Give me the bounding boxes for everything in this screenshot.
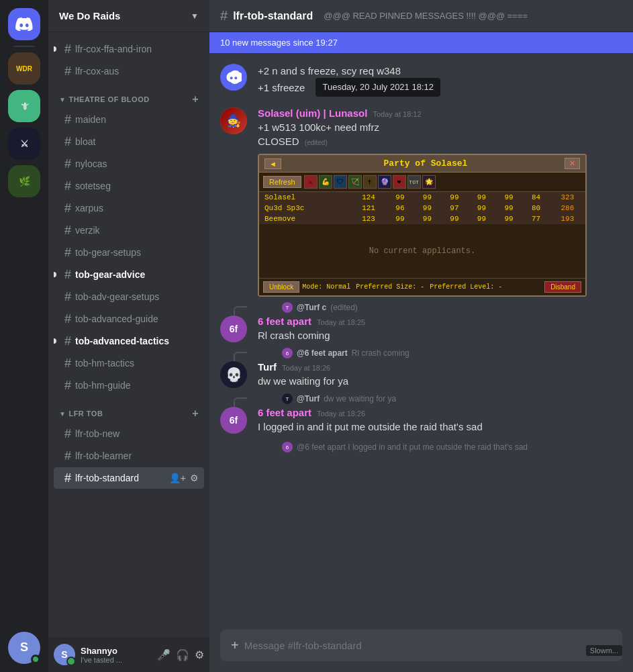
message-text-continued: +1 sfreeze Tuesday, 20 July 2021 18:12 <box>258 78 622 97</box>
messages-area: 10 new messages since 19:27 +2 n and s f… <box>209 32 633 630</box>
member-stat: 124 <box>351 192 387 203</box>
user-avatar-strip[interactable]: S <box>8 632 40 664</box>
hash-icon: # <box>64 64 71 79</box>
channel-item-lfr-cox-aus[interactable]: # lfr-cox-aus <box>54 60 204 82</box>
channel-item-nylocas[interactable]: # nylocas <box>54 153 204 175</box>
add-channel-icon[interactable]: + <box>192 407 199 420</box>
add-channel-icon[interactable]: + <box>192 93 199 105</box>
add-member-icon[interactable]: 👤+ <box>169 473 186 483</box>
reply-preview-1: T @Turf c (edited) <box>209 302 633 313</box>
server-header[interactable]: We Do Raids ▼ <box>48 0 209 32</box>
hash-icon: # <box>64 201 71 215</box>
channel-item-tob-gear-setups[interactable]: # tob-gear-setups <box>54 242 204 263</box>
member-stat: 123 <box>351 213 387 224</box>
channel-item-tob-hm-tactics[interactable]: # tob-hm-tactics <box>54 352 204 374</box>
hash-icon: # <box>64 268 71 282</box>
channel-item-maiden[interactable]: # maiden <box>54 109 204 130</box>
message-line-1: +1 w513 100kc+ need mfrz <box>258 120 622 134</box>
server-icon-3[interactable]: ⚔ <box>8 128 40 160</box>
hash-icon: # <box>64 290 71 304</box>
server-icon-2[interactable]: 🗡 <box>8 90 40 122</box>
reply-avatar-small: T <box>282 393 293 404</box>
skill-icon-ranged: 🏹 <box>348 175 362 189</box>
server-divider <box>13 46 35 47</box>
message-header: 6 feet apart Today at 18:26 <box>258 407 622 418</box>
channel-item-bloat[interactable]: # bloat <box>54 131 204 152</box>
osrs-size-label: Preferred Size: - <box>356 283 424 291</box>
message-content-6feet: 6 feet apart Today at 18:25 Rl crash com… <box>258 316 622 342</box>
channel-item-tob-adv-gear-setups[interactable]: # tob-adv-gear-setups <box>54 286 204 307</box>
we-do-raids-server-icon[interactable]: WDR <box>8 52 40 85</box>
channel-item-lfr-tob-standard[interactable]: # lfr-tob-standard 👤+ ⚙ <box>54 467 204 489</box>
message-add-icon[interactable]: + <box>231 630 239 661</box>
message-timestamp: Today at 18:25 <box>317 318 365 326</box>
channel-item-lfr-tob-new[interactable]: # lfr-tob-new <box>54 423 204 444</box>
osrs-members-table: Solasel 124 99 99 99 99 99 84 323 <box>259 192 585 224</box>
avatar-solasel: 🧙 <box>220 107 247 134</box>
channel-item-lfr-tob-learner[interactable]: # lfr-tob-learner <box>54 445 204 467</box>
reply-preview-bottom: 6 @6 feet apart I logged in and it put m… <box>209 439 633 452</box>
user-avatar[interactable]: S <box>54 644 75 665</box>
message-author-6feet: 6 feet apart <box>258 316 311 327</box>
no-applicants-text: No current applicants. <box>369 246 475 256</box>
settings-icon[interactable]: ⚙ <box>190 473 199 483</box>
osrs-party-panel: ◄ Party of Solasel ✕ Refresh ⚔ 💪 🛡 🏹 ✝ <box>258 154 587 297</box>
mute-icon[interactable]: 🎤 <box>157 649 171 661</box>
message-text: Rl crash coming <box>258 328 622 342</box>
channel-name: lfr-tob-standard <box>75 473 139 483</box>
channel-item-xarpus[interactable]: # xarpus <box>54 197 204 219</box>
hash-icon: # <box>64 42 71 56</box>
reply-text: dw we waiting for ya <box>324 394 396 403</box>
reply-preview-3: T @Turf dw we waiting for ya <box>209 393 633 404</box>
message-content-turf: Turf Today at 18:26 dw we waiting for ya <box>258 361 622 388</box>
hash-icon: # <box>64 312 71 326</box>
category-theatre-of-blood[interactable]: ▼ THEATRE OF BLOOD + <box>48 83 209 108</box>
unread-indicator <box>54 338 56 344</box>
message-author-6feet-2: 6 feet apart <box>258 407 311 418</box>
message-header: 6 feet apart Today at 18:25 <box>258 316 622 327</box>
settings-icon[interactable]: ⚙ <box>195 649 204 661</box>
message-header: Solasel (uim) | Lunasol Today at 18:12 <box>258 107 622 119</box>
skill-icon-prayer: ✝ <box>363 175 377 189</box>
channel-item-tob-advanced-tactics[interactable]: # tob-advanced-tactics <box>54 330 204 352</box>
reply-group-2: 6 @6 feet apart Rl crash coming 💀 Turf T… <box>209 348 633 393</box>
osrs-disband-button[interactable]: Disband <box>544 281 581 293</box>
message-input[interactable] <box>244 632 612 659</box>
new-messages-bar[interactable]: 10 new messages since 19:27 <box>209 32 633 53</box>
member-stat: 77 <box>522 213 550 224</box>
channel-name: xarpus <box>75 203 103 213</box>
home-server-icon[interactable] <box>8 8 40 40</box>
hash-icon: # <box>64 427 71 441</box>
sidebar: We Do Raids ▼ # lfr-cox-ffa-and-iron # l… <box>48 0 209 672</box>
channel-name: lfr-cox-ffa-and-iron <box>75 44 152 54</box>
channel-item-tob-hm-guide[interactable]: # tob-hm-guide <box>54 375 204 396</box>
member-stat: 99 <box>413 192 441 203</box>
channel-item-tob-advanced-guide[interactable]: # tob-advanced-guide <box>54 308 204 330</box>
channel-item-lfr-cox-ffa[interactable]: # lfr-cox-ffa-and-iron <box>54 38 204 60</box>
hash-icon: # <box>64 356 71 371</box>
osrs-unblock-button[interactable]: Unblock <box>263 281 299 293</box>
deafen-icon[interactable]: 🎧 <box>176 649 189 661</box>
member-stat: 99 <box>441 213 469 224</box>
osrs-back-button[interactable]: ◄ <box>264 158 281 169</box>
member-name: Beemove <box>259 213 351 224</box>
channel-item-sotetseg[interactable]: # sotetseg <box>54 175 204 197</box>
channel-name: lfr-tob-learner <box>75 450 132 461</box>
reply-text: Rl crash coming <box>352 348 409 358</box>
skill-icon-extra: 🌟 <box>422 175 436 189</box>
server-icon-4[interactable]: 🌿 <box>8 165 40 197</box>
server-name: We Do Raids <box>59 10 120 21</box>
channel-item-verzik[interactable]: # verzik <box>54 220 204 241</box>
osrs-refresh-button[interactable]: Refresh <box>263 176 301 188</box>
channel-hash-icon: # <box>220 8 228 23</box>
channel-name: tob-gear-advice <box>75 269 145 280</box>
user-avatar-discord <box>220 64 247 91</box>
hash-icon: # <box>64 246 71 260</box>
channel-item-tob-gear-advice[interactable]: # tob-gear-advice <box>54 264 204 285</box>
osrs-close-button[interactable]: ✕ <box>565 158 580 169</box>
message-group-solasel: 🧙 Solasel (uim) | Lunasol Today at 18:12… <box>209 102 633 302</box>
member-stat: 99 <box>468 203 495 213</box>
message-header: Turf Today at 18:26 <box>258 361 622 373</box>
channel-name: nylocas <box>75 158 107 169</box>
category-lfr-tob[interactable]: ▼ LFR TOB + <box>48 397 209 422</box>
